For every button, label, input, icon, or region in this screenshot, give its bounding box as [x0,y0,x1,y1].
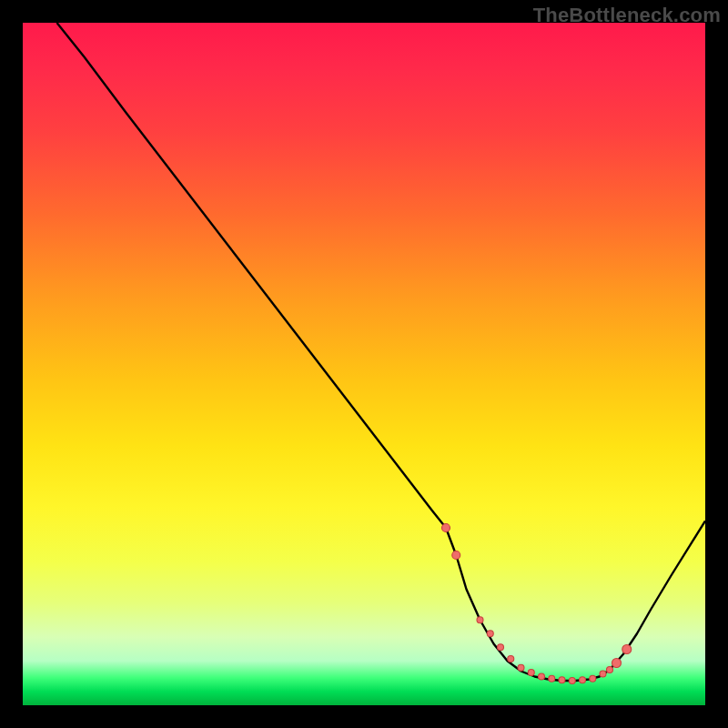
data-marker [539,673,545,680]
chart-frame: TheBottleneck.com [0,0,728,728]
curve-line [57,23,706,681]
chart-svg [23,23,705,705]
data-marker [580,677,586,683]
data-marker [607,667,613,673]
data-marker [569,678,575,684]
data-marker [622,645,632,654]
data-marker [487,631,493,637]
plot-area [23,23,705,705]
data-marker [559,677,565,683]
data-marker [600,671,606,677]
watermark-text: TheBottleneck.com [533,4,721,27]
data-marker [518,664,524,671]
data-marker [498,644,504,651]
data-marker [452,551,460,560]
data-marker [477,617,483,623]
markers-group [442,524,632,684]
data-marker [442,524,450,532]
data-marker [590,675,596,682]
data-marker [508,656,514,662]
data-marker [549,675,555,682]
data-marker [528,670,534,676]
data-marker [612,659,622,668]
